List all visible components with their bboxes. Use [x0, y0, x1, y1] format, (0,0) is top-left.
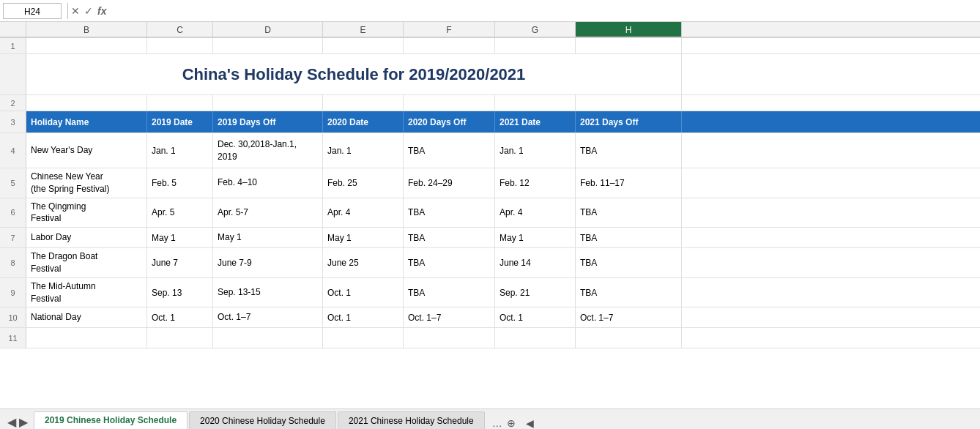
cell-b4[interactable]: New Year's Day — [26, 133, 147, 168]
cell-h2[interactable] — [576, 95, 682, 111]
spreadsheet-title: China's Holiday Schedule for 2019/2020/2… — [182, 65, 526, 84]
cell-c7[interactable]: May 1 — [147, 228, 213, 247]
cell-d11[interactable] — [213, 328, 323, 348]
tab-2[interactable]: 2021 Chinese Holiday Schedule — [338, 411, 485, 429]
cell-g11[interactable] — [495, 328, 576, 348]
cell-g2[interactable] — [495, 95, 576, 111]
cell-b6[interactable]: The Qingming Festival — [26, 198, 147, 228]
cell-c5[interactable]: Feb. 5 — [147, 168, 213, 198]
col-header-d[interactable]: D — [213, 22, 323, 37]
cell-b7[interactable]: Labor Day — [26, 228, 147, 247]
cell-c8[interactable]: June 7 — [147, 248, 213, 277]
cell-b2[interactable] — [26, 95, 147, 111]
cell-b9[interactable]: The Mid-Autumn Festival — [26, 278, 147, 307]
cell-b5[interactable]: Chinese New Year (the Spring Festival) — [26, 168, 147, 198]
title-cell[interactable]: China's Holiday Schedule for 2019/2020/2… — [26, 54, 682, 94]
cell-f4[interactable]: TBA — [404, 133, 495, 168]
cell-d4[interactable]: Dec. 30,2018-Jan.1, 2019 — [213, 133, 323, 168]
cell-d9[interactable]: Sep. 13-15 — [213, 278, 323, 307]
col-header-f[interactable]: F — [404, 22, 495, 37]
header-2021-date[interactable]: 2021 Date — [495, 111, 576, 133]
cell-h7[interactable]: TBA — [576, 228, 682, 247]
cell-f7[interactable]: TBA — [404, 228, 495, 247]
cell-e1[interactable] — [323, 38, 404, 53]
cell-f6[interactable]: TBA — [404, 198, 495, 228]
cell-b11[interactable] — [26, 328, 147, 348]
cell-c11[interactable] — [147, 328, 213, 348]
header-2020-days-off[interactable]: 2020 Days Off — [404, 111, 495, 133]
cell-c1[interactable] — [147, 38, 213, 53]
cell-g4[interactable]: Jan. 1 — [495, 133, 576, 168]
tab-0[interactable]: 2019 Chinese Holiday Schedule — [34, 411, 188, 429]
cell-c2[interactable] — [147, 95, 213, 111]
sheet-nav-right[interactable]: ▶ — [19, 415, 28, 429]
cell-f8[interactable]: TBA — [404, 248, 495, 277]
cell-g9[interactable]: Sep. 21 — [495, 278, 576, 307]
cell-e5[interactable]: Feb. 25 — [323, 168, 404, 198]
cell-h1[interactable] — [576, 38, 682, 53]
cell-reference-box[interactable]: H24 — [3, 3, 62, 19]
cell-d5[interactable]: Feb. 4–10 — [213, 168, 323, 198]
cell-e11[interactable] — [323, 328, 404, 348]
sheet-nav-left[interactable]: ◀ — [7, 415, 16, 429]
cell-e8[interactable]: June 25 — [323, 248, 404, 277]
cell-e6[interactable]: Apr. 4 — [323, 198, 404, 228]
cell-g7[interactable]: May 1 — [495, 228, 576, 247]
cell-h6[interactable]: TBA — [576, 198, 682, 228]
cell-h8[interactable]: TBA — [576, 248, 682, 277]
cell-b8[interactable]: The Dragon Boat Festival — [26, 248, 147, 277]
cell-f2[interactable] — [404, 95, 495, 111]
cell-h4[interactable]: TBA — [576, 133, 682, 168]
cell-e10[interactable]: Oct. 1 — [323, 307, 404, 327]
cell-c9[interactable]: Sep. 13 — [147, 278, 213, 307]
header-2019-date[interactable]: 2019 Date — [147, 111, 213, 133]
function-icon[interactable]: fx — [97, 5, 106, 17]
cell-g8[interactable]: June 14 — [495, 248, 576, 277]
cell-d2[interactable] — [213, 95, 323, 111]
cell-b10[interactable]: National Day — [26, 307, 147, 327]
cell-f5[interactable]: Feb. 24–29 — [404, 168, 495, 198]
cell-e2[interactable] — [323, 95, 404, 111]
cell-c4[interactable]: Jan. 1 — [147, 133, 213, 168]
formula-input[interactable] — [111, 3, 977, 19]
cell-f10[interactable]: Oct. 1–7 — [404, 307, 495, 327]
tab-more-icon[interactable]: … — [492, 417, 502, 429]
cell-f9[interactable]: TBA — [404, 278, 495, 307]
days-2019-6: Oct. 1–7 — [218, 311, 250, 324]
cell-g5[interactable]: Feb. 12 — [495, 168, 576, 198]
cell-g1[interactable] — [495, 38, 576, 53]
cell-d10[interactable]: Oct. 1–7 — [213, 307, 323, 327]
col-header-c[interactable]: C — [147, 22, 213, 37]
cell-c6[interactable]: Apr. 5 — [147, 198, 213, 228]
confirm-icon[interactable]: ✓ — [84, 5, 93, 17]
cell-f1[interactable] — [404, 38, 495, 53]
cell-h11[interactable] — [576, 328, 682, 348]
cell-d6[interactable]: Apr. 5-7 — [213, 198, 323, 228]
cell-b1[interactable] — [26, 38, 147, 53]
header-holiday-name[interactable]: Holiday Name — [26, 111, 147, 133]
cell-h10[interactable]: Oct. 1–7 — [576, 307, 682, 327]
col-header-b[interactable]: B — [26, 22, 147, 37]
header-2021-days-off[interactable]: 2021 Days Off — [576, 111, 682, 133]
cell-e9[interactable]: Oct. 1 — [323, 278, 404, 307]
cell-g10[interactable]: Oct. 1 — [495, 307, 576, 327]
cell-e7[interactable]: May 1 — [323, 228, 404, 247]
add-sheet-icon[interactable]: ⊕ — [507, 417, 516, 429]
cell-d7[interactable]: May 1 — [213, 228, 323, 247]
cell-h9[interactable]: TBA — [576, 278, 682, 307]
cell-d8[interactable]: June 7-9 — [213, 248, 323, 277]
cell-d1[interactable] — [213, 38, 323, 53]
header-2020-date[interactable]: 2020 Date — [323, 111, 404, 133]
scroll-left-icon[interactable]: ◀ — [526, 417, 534, 429]
header-2019-days-off[interactable]: 2019 Days Off — [213, 111, 323, 133]
cell-e4[interactable]: Jan. 1 — [323, 133, 404, 168]
cell-c10[interactable]: Oct. 1 — [147, 307, 213, 327]
cell-h5[interactable]: Feb. 11–17 — [576, 168, 682, 198]
cancel-icon[interactable]: ✕ — [71, 5, 80, 17]
cell-f11[interactable] — [404, 328, 495, 348]
cell-g6[interactable]: Apr. 4 — [495, 198, 576, 228]
tab-1[interactable]: 2020 Chinese Holiday Schedule — [189, 411, 336, 429]
col-header-e[interactable]: E — [323, 22, 404, 37]
col-header-g[interactable]: G — [495, 22, 576, 37]
col-header-h[interactable]: H — [576, 22, 682, 37]
